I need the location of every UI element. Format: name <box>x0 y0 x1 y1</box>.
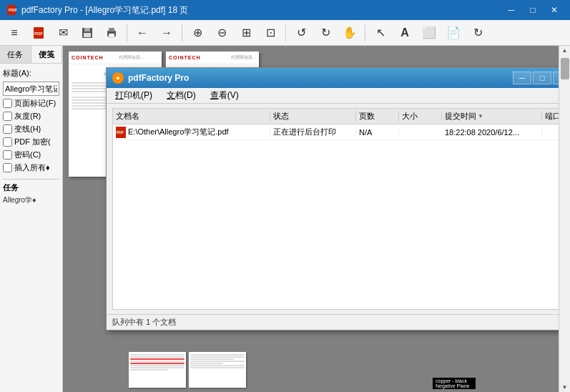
right-scrollbar: ▲ ▼ <box>559 46 570 392</box>
dialog-minimize-button[interactable]: ─ <box>513 72 531 84</box>
forward-button[interactable]: → <box>155 23 178 43</box>
svg-rect-6 <box>84 33 91 37</box>
svg-text:PDF: PDF <box>9 8 17 12</box>
pagemark-checkbox[interactable] <box>3 99 12 108</box>
strip-page-1[interactable] <box>129 352 186 388</box>
maximize-button[interactable]: □ <box>523 3 543 17</box>
menu-button[interactable]: ≡ <box>3 23 26 43</box>
scroll-down-arrow[interactable]: ▼ <box>561 383 569 392</box>
grid-button[interactable]: ⊞ <box>235 23 257 43</box>
dialog-overlay: ● pdfFactory Pro ─ □ ✕ 打印机(P) 文档(D) <box>63 46 559 392</box>
scroll-up-arrow[interactable]: ▲ <box>561 46 569 55</box>
refresh-button[interactable]: ↻ <box>466 23 489 43</box>
app-title-bar: PDF pdfFactory Pro - [Allegro学习笔记.pdf] 1… <box>0 0 570 20</box>
col-header-filename: 文档名 <box>113 111 270 122</box>
text-button[interactable]: A <box>393 23 416 43</box>
checkbox-password: 密码(C) <box>3 150 59 160</box>
main-toolbar: ≡ PDF ✉ ← → ⊕ ⊖ ⊞ ⊡ ↺ ↻ ✋ ↖ A ⬜ 📄 ↻ <box>0 20 570 46</box>
menu-print[interactable]: 打印机(P) <box>109 89 158 103</box>
menu-doc[interactable]: 文档(D) <box>161 89 202 103</box>
panel-content: 标题(A): 页面标记(F) 灰度(R) 变线(H) PDF 加密( 密码(C) <box>0 64 62 392</box>
dialog-close-button[interactable]: ✕ <box>553 72 559 84</box>
table-row[interactable]: PDF E:\Other\Allegro学习笔记.pdf 正在进行后台打印 N/… <box>113 124 559 140</box>
col-header-time: 提交时间 ▼ <box>442 111 542 122</box>
insert-checkbox[interactable] <box>3 163 12 172</box>
toolbar-sep-4 <box>365 24 365 41</box>
strip-label-line1: copper - black <box>436 378 473 383</box>
pdffactory-dialog: ● pdfFactory Pro ─ □ ✕ 打印机(P) 文档(D) <box>106 67 559 330</box>
strip-page-2[interactable] <box>189 352 246 388</box>
app-title: pdfFactory Pro - [Allegro学习笔记.pdf] 18 页 <box>21 4 501 16</box>
strip2-line-5 <box>190 363 223 364</box>
menu-print-label: 打印机(P) <box>115 89 152 102</box>
col-header-pages: 页数 <box>356 111 399 122</box>
encrypt-label: PDF 加密( <box>14 137 51 147</box>
redo-button[interactable]: ↻ <box>314 23 337 43</box>
task-section: 任务 Allegro学♦ <box>3 179 59 205</box>
save-button[interactable] <box>76 23 99 43</box>
menu-doc-label: 文档(D) <box>167 89 196 102</box>
encrypt-checkbox[interactable] <box>3 137 12 147</box>
rect-button[interactable]: ⬜ <box>418 23 441 43</box>
minimize-button[interactable]: ─ <box>501 3 521 17</box>
strip-line-8 <box>130 369 168 371</box>
col-header-port: 端口 <box>542 111 559 122</box>
print-button[interactable] <box>100 23 123 43</box>
col-header-size: 大小 <box>399 111 442 122</box>
gray-checkbox[interactable] <box>3 112 12 121</box>
email-button[interactable]: ✉ <box>51 23 74 43</box>
preview-area: COINTECH 代理商信息... cadence <box>63 46 559 392</box>
main-area: 任务 便笺 标题(A): 页面标记(F) 灰度(R) 变线(H) PDF 加密( <box>0 46 570 392</box>
strip-line-2 <box>130 356 185 358</box>
fit-button[interactable]: ⊡ <box>259 23 282 43</box>
page-button[interactable]: 📄 <box>442 23 465 43</box>
zoom-in-button[interactable]: ⊕ <box>186 23 209 43</box>
password-checkbox[interactable] <box>3 150 12 160</box>
dialog-status-bar: 队列中有 1 个文档 <box>107 314 559 330</box>
title-input[interactable] <box>3 82 59 96</box>
zoom-out-button[interactable]: ⊖ <box>210 23 233 43</box>
gray-label: 灰度(R) <box>14 111 41 122</box>
status-text: 队列中有 1 个文档 <box>112 318 176 326</box>
toolbar-sep-1 <box>127 24 127 41</box>
strip-label: copper - black Negative Plane <box>433 378 476 389</box>
pdf-button[interactable]: PDF <box>27 23 50 43</box>
strip-label-line2: Negative Plane <box>436 383 473 388</box>
scroll-thumb[interactable] <box>561 58 569 79</box>
undo-button[interactable]: ↺ <box>290 23 313 43</box>
insert-label: 插入所有♦ <box>14 162 50 173</box>
checkbox-insert: 插入所有♦ <box>3 162 59 173</box>
strip-line-7 <box>130 367 185 368</box>
strip-line-1 <box>130 354 185 356</box>
row-filename: PDF E:\Other\Allegro学习笔记.pdf <box>113 127 270 138</box>
sort-arrow-icon: ▼ <box>478 113 483 119</box>
varline-checkbox[interactable] <box>3 124 12 134</box>
strip-line-3 <box>130 358 185 360</box>
back-button[interactable]: ← <box>131 23 154 43</box>
toolbar-sep-3 <box>285 24 286 41</box>
password-label: 密码(C) <box>14 150 41 160</box>
hand-button[interactable]: ✋ <box>338 23 361 43</box>
select-button[interactable]: ↖ <box>369 23 392 43</box>
app-icon: PDF <box>6 4 17 16</box>
pagemark-label: 页面标记(F) <box>14 98 56 109</box>
dialog-maximize-button[interactable]: □ <box>533 72 551 84</box>
left-panel: 任务 便笺 标题(A): 页面标记(F) 灰度(R) 变线(H) PDF 加密( <box>0 46 63 392</box>
close-button[interactable]: ✕ <box>544 3 564 17</box>
tab-notes[interactable]: 便笺 <box>31 46 63 63</box>
svg-rect-8 <box>109 28 114 31</box>
table-body: PDF E:\Other\Allegro学习笔记.pdf 正在进行后台打印 N/… <box>112 124 559 310</box>
tab-task[interactable]: 任务 <box>0 46 31 63</box>
strip2-line-2 <box>190 356 245 358</box>
pdf-file-icon: PDF <box>116 127 126 138</box>
strip2-line-4 <box>190 361 245 362</box>
title-bar-controls: ─ □ ✕ <box>501 3 564 17</box>
strip2-line-7 <box>190 367 245 368</box>
table-header: 文档名 状态 页数 大小 提交时间 ▼ 端口 <box>112 108 559 124</box>
strip2-line-1 <box>190 354 245 356</box>
label-title: 标题(A): <box>3 68 59 79</box>
dialog-app-icon: ● <box>112 72 124 84</box>
menu-view[interactable]: 查看(V) <box>205 89 245 103</box>
dialog-controls: ─ □ ✕ <box>513 72 559 84</box>
col-header-status: 状态 <box>270 111 356 122</box>
